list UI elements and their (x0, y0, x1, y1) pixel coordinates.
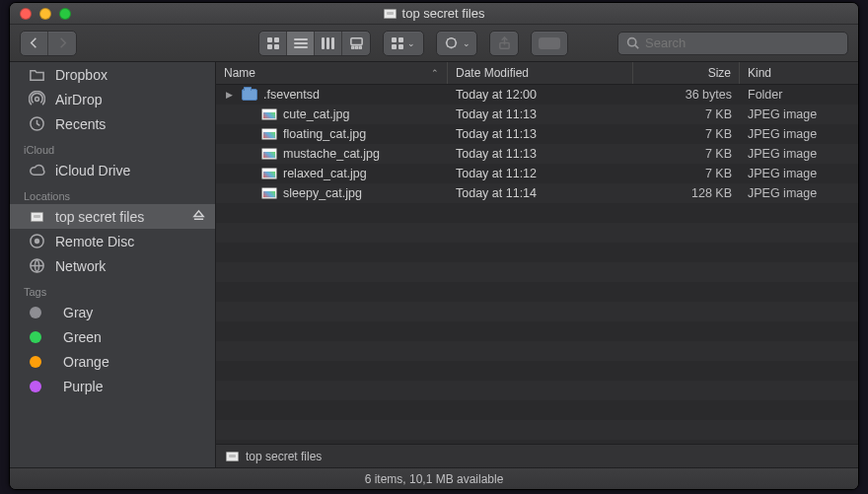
search-icon (626, 36, 639, 49)
file-size: 128 KB (633, 183, 740, 203)
sidebar-section-locations: Locations (10, 182, 215, 204)
file-kind: JPEG image (740, 105, 858, 124)
sidebar-item-label: Green (63, 329, 102, 345)
sidebar-item-label: AirDrop (55, 92, 102, 107)
image-file-icon (261, 187, 277, 199)
svg-rect-3 (359, 46, 361, 48)
sidebar-item-airdrop[interactable]: AirDrop (10, 87, 215, 111)
path-bar[interactable]: top secret files (216, 444, 858, 467)
status-text: 6 items, 10,1 MB available (365, 472, 504, 486)
file-date: Today at 11:14 (448, 183, 633, 203)
image-file-icon (261, 128, 277, 140)
sidebar-item-label: Purple (63, 379, 103, 394)
file-kind: JPEG image (740, 183, 858, 203)
file-date: Today at 12:00 (448, 85, 633, 105)
sidebar-item-label: Recents (55, 116, 106, 132)
sidebar-tag-green[interactable]: Green (10, 324, 215, 349)
sidebar-item-icloud-drive[interactable]: iCloud Drive (10, 158, 215, 182)
sidebar-tag-purple[interactable]: Purple (10, 374, 215, 398)
toolbar: ⌄ ⌄ (10, 25, 858, 62)
sidebar-section-tags: Tags (10, 278, 215, 300)
column-headers: Name⌃ Date Modified Size Kind (216, 62, 858, 85)
disk-icon (226, 452, 239, 461)
minimize-button[interactable] (39, 8, 51, 20)
file-size: 7 KB (633, 124, 740, 144)
file-row[interactable]: relaxed_cat.jpgToday at 11:127 KBJPEG im… (216, 164, 858, 183)
view-switcher (258, 31, 371, 56)
tag-color-dot (30, 356, 41, 368)
sidebar-tag-gray[interactable]: Gray (10, 300, 215, 324)
sort-ascending-icon: ⌃ (431, 68, 439, 78)
action-menu-button[interactable]: ⌄ (437, 32, 476, 55)
airdrop-icon (28, 92, 45, 107)
disclosure-triangle[interactable]: ▶ (226, 90, 236, 100)
file-kind: JPEG image (740, 144, 858, 164)
close-button[interactable] (20, 8, 32, 20)
file-kind: JPEG image (740, 164, 858, 183)
sidebar-item-label: iCloud Drive (55, 163, 130, 178)
svg-point-8 (35, 98, 38, 102)
column-header-name[interactable]: Name⌃ (216, 62, 448, 84)
svg-rect-1 (351, 46, 353, 48)
image-file-icon (261, 108, 277, 120)
file-name: sleepy_cat.jpg (283, 186, 362, 200)
svg-line-7 (635, 45, 638, 48)
group-by-button[interactable]: ⌄ (384, 32, 423, 55)
tags-button[interactable] (532, 32, 567, 55)
file-name: .fseventsd (263, 88, 320, 102)
file-size: 7 KB (633, 144, 740, 164)
disk-icon (28, 209, 45, 225)
image-file-icon (261, 168, 277, 179)
nav-buttons (20, 31, 77, 56)
file-row[interactable]: cute_cat.jpgToday at 11:137 KBJPEG image (216, 105, 858, 124)
file-date: Today at 11:13 (448, 105, 633, 124)
sidebar-item-label: Network (55, 258, 106, 274)
file-name: relaxed_cat.jpg (283, 167, 367, 180)
sidebar-item-top-secret-files[interactable]: top secret files (10, 204, 215, 229)
sidebar-item-recents[interactable]: Recents (10, 111, 215, 136)
zoom-button[interactable] (59, 8, 71, 20)
file-date: Today at 11:13 (448, 144, 633, 164)
file-size: 36 bytes (633, 85, 740, 105)
search-field[interactable] (617, 32, 848, 55)
sidebar-section-icloud: iCloud (10, 136, 215, 158)
icon-view-button[interactable] (259, 32, 287, 55)
search-input[interactable] (645, 35, 839, 50)
back-button[interactable] (21, 32, 48, 55)
forward-button[interactable] (48, 32, 76, 55)
eject-button[interactable] (192, 209, 205, 225)
svg-point-6 (628, 38, 636, 46)
tag-color-dot (30, 381, 41, 392)
disk-icon (384, 9, 397, 19)
file-row[interactable]: ▶.fseventsdToday at 12:0036 bytesFolder (216, 85, 858, 105)
svg-rect-2 (355, 46, 357, 48)
sidebar-item-network[interactable]: Network (10, 253, 215, 278)
svg-rect-0 (350, 38, 361, 45)
file-name: mustache_cat.jpg (283, 147, 380, 161)
tag-color-dot (30, 307, 41, 318)
finder-window: top secret files ⌄ ⌄ (9, 2, 859, 490)
file-size: 7 KB (633, 105, 740, 124)
column-header-date[interactable]: Date Modified (448, 62, 633, 84)
sidebar-item-remote-disc[interactable]: Remote Disc (10, 229, 215, 253)
gallery-view-button[interactable] (342, 32, 370, 55)
column-header-size[interactable]: Size (633, 62, 740, 84)
column-view-button[interactable] (315, 32, 342, 55)
status-bar: 6 items, 10,1 MB available (10, 467, 858, 489)
sidebar-item-dropbox[interactable]: Dropbox (10, 62, 215, 87)
sidebar-item-label: Dropbox (55, 67, 108, 83)
file-row[interactable]: sleepy_cat.jpgToday at 11:14128 KBJPEG i… (216, 183, 858, 203)
path-bar-label: top secret files (246, 450, 322, 463)
file-row[interactable]: floating_cat.jpgToday at 11:137 KBJPEG i… (216, 124, 858, 144)
file-kind: Folder (740, 85, 858, 105)
file-rows: ▶.fseventsdToday at 12:0036 bytesFolderc… (216, 85, 858, 444)
folder-icon (28, 67, 45, 83)
file-date: Today at 11:13 (448, 124, 633, 144)
folder-icon (242, 89, 257, 101)
sidebar-tag-orange[interactable]: Orange (10, 349, 215, 374)
column-header-kind[interactable]: Kind (740, 62, 858, 84)
file-name: cute_cat.jpg (283, 107, 349, 121)
share-button[interactable] (490, 32, 518, 55)
list-view-button[interactable] (287, 32, 315, 55)
file-row[interactable]: mustache_cat.jpgToday at 11:137 KBJPEG i… (216, 144, 858, 164)
